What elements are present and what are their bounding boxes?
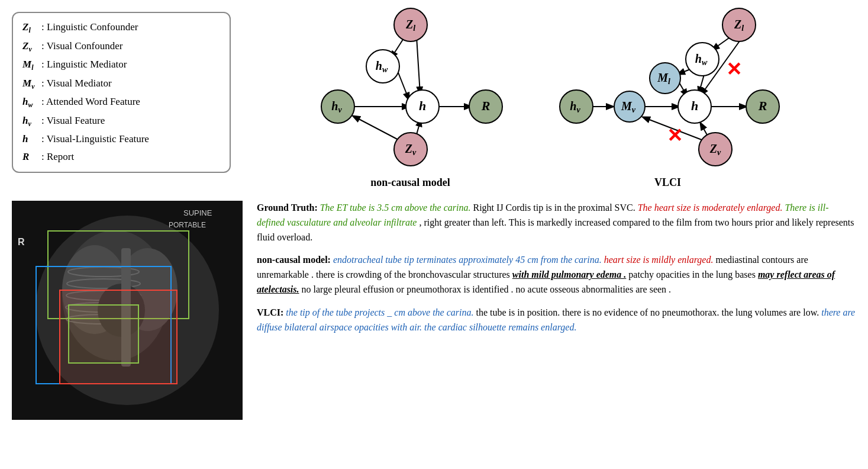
vlci-block: VLCI: the tip of the tube projects _ cm … [257, 306, 856, 335]
legend-desc-zl: : Linguistic Confounder [41, 19, 138, 35]
legend-box: Zl : Linguistic Confounder Zv : Visual C… [12, 12, 231, 173]
legend-desc-hv: : Visual Feature [41, 113, 105, 129]
legend-row-hw: hw : Attended Word Feature [22, 94, 220, 111]
legend-row-zl: Zl : Linguistic Confounder [22, 19, 220, 37]
legend-key-zl: Zl [22, 19, 41, 37]
legend-row-mv: Mv : Visual Mediator [22, 75, 220, 93]
legend-desc-h: : Visual-Linguistic Feature [41, 131, 149, 147]
vlci-label: VLCI [654, 176, 681, 189]
noncausal-red1: heart size is mildly enlarged. [604, 255, 714, 265]
svg-line-1 [417, 37, 420, 94]
noncausal-block: non-causal model: endotracheal tube tip … [257, 253, 856, 297]
legend-row-hv: hv : Visual Feature [22, 113, 220, 130]
ground-truth-red1: The heart size is moderately enlarged. [638, 203, 783, 213]
noncausal-normal2: patchy opacities in the lung bases [628, 269, 758, 280]
xray-rect-green2 [68, 304, 139, 364]
legend-row-zv: Zv : Visual Confounder [22, 38, 220, 56]
svg-line-22 [712, 37, 731, 50]
vlci-label-text: VLCI: [257, 307, 283, 317]
legend-desc-r: : Report [41, 149, 74, 165]
legend-row-r: R : Report [22, 149, 220, 165]
legend-key-hw: hw [22, 94, 41, 111]
main-container: Zl : Linguistic Confounder Zv : Visual C… [0, 0, 868, 426]
text-panel: Ground Truth: The ET tube is 3.5 cm abov… [257, 201, 856, 343]
svg-text:h: h [690, 98, 698, 113]
vlci-diagram: ✕ ✕ Zl hw Ml hv [544, 6, 792, 172]
legend-desc-zv: : Visual Confounder [41, 38, 123, 54]
legend-key-zv: Zv [22, 38, 41, 56]
noncausal-underline1: with mild pulmonary edema . [512, 269, 626, 280]
legend-key-r: R [22, 149, 41, 165]
svg-line-2 [398, 71, 409, 99]
non-causal-diagram-wrapper: Zl hw Zv hv h R no [313, 6, 508, 189]
svg-text:PORTABLE: PORTABLE [169, 221, 206, 229]
legend-key-ml: Ml [22, 56, 41, 74]
vlci-normal1: the tube is in position. there is no evi… [476, 307, 821, 317]
noncausal-blue1: endotracheal tube tip terminates approxi… [333, 255, 602, 265]
svg-text:✕: ✕ [726, 59, 742, 80]
noncausal-normal3: no large pleural effusion or pneumothora… [302, 284, 672, 294]
ground-truth-normal1: Right IJ Cordis tip is in the proximal S… [473, 203, 637, 213]
vlci-diagram-wrapper: ✕ ✕ Zl hw Ml hv [544, 6, 792, 189]
svg-text:R: R [480, 98, 490, 113]
bottom-section: SUPINE PORTABLE R Ground Truth: The ET t… [12, 201, 856, 420]
svg-text:✕: ✕ [667, 125, 683, 146]
svg-text:SUPINE: SUPINE [183, 208, 212, 217]
top-section: Zl : Linguistic Confounder Zv : Visual C… [12, 6, 856, 189]
legend-key-mv: Mv [22, 75, 41, 93]
legend-row-h: h : Visual-Linguistic Feature [22, 131, 220, 147]
vlci-blue1: the tip of the tube projects _ cm above … [286, 307, 473, 317]
legend-key-hv: hv [22, 113, 41, 130]
ground-truth-block: Ground Truth: The ET tube is 3.5 cm abov… [257, 201, 856, 245]
non-causal-diagram: Zl hw Zv hv h R [313, 6, 508, 172]
svg-text:R: R [757, 98, 767, 113]
ground-truth-green1: The ET tube is 3.5 cm above the carina. [320, 203, 471, 213]
svg-line-3 [353, 116, 401, 141]
svg-text:h: h [418, 98, 425, 113]
xray-container: SUPINE PORTABLE R [12, 201, 243, 420]
legend-desc-ml: : Linguistic Mediator [41, 56, 127, 72]
legend-desc-hw: : Attended Word Feature [41, 94, 140, 110]
noncausal-label: non-causal model: [257, 255, 331, 265]
legend-row-ml: Ml : Linguistic Mediator [22, 56, 220, 74]
diagrams-container: Zl hw Zv hv h R no [249, 6, 856, 189]
legend-desc-mv: : Visual Mediator [41, 75, 112, 91]
legend-key-h: h [22, 131, 41, 147]
ground-truth-label: Ground Truth: [257, 203, 318, 213]
svg-text:R: R [18, 237, 25, 247]
non-causal-label: non-causal model [370, 176, 450, 189]
